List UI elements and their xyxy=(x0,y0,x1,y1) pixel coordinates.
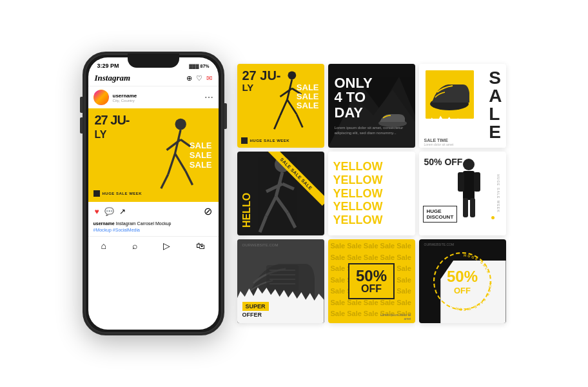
card3-sale-time: SALE TIME xyxy=(424,138,448,143)
battery-icon: ▓▓▓ 87% xyxy=(189,64,209,68)
card3-shoe-img xyxy=(426,70,474,119)
action-buttons-left[interactable]: ♥ 💬 ↗ xyxy=(95,207,126,216)
svg-point-8 xyxy=(288,71,296,79)
card5-y2: YELLOW xyxy=(333,174,410,187)
avatar-row[interactable]: username City, Country xyxy=(93,90,137,105)
card9-pct: 50% xyxy=(447,268,478,286)
card3-lorem: Lorem dolor sit amet xyxy=(424,143,454,146)
phone-notch xyxy=(128,54,179,68)
username-label: username xyxy=(113,93,137,99)
svg-line-5 xyxy=(185,171,192,185)
card-4: SALE SALE SALE HELLO xyxy=(237,152,324,235)
card1-sale2: SALE xyxy=(297,92,319,101)
ig-header[interactable]: Instagram ⊕ ♡ ✉ xyxy=(88,70,219,86)
card1-sale3: SALE xyxy=(297,101,319,110)
card8-s2: Sale Sale Sale Sale Sale xyxy=(331,253,411,264)
post-image-inner: 27 JU- LY xyxy=(88,108,219,202)
options-icon[interactable]: ⋯ xyxy=(204,92,213,103)
card2-body-text: Lorem ipsum dolor sit amet, consectetur … xyxy=(335,125,409,136)
card1-sale-stack: SALE SALE SALE xyxy=(297,83,319,110)
vol-down-button xyxy=(80,117,83,134)
main-container: 3:29 PM ▓▓▓ 87% Instagram ⊕ ♡ ✉ xyxy=(0,0,588,387)
card-6: 50% OFF HUGE DISCOUNT HUGE SALE xyxy=(419,152,506,235)
heart-icon[interactable]: ♡ xyxy=(196,74,202,83)
ig-logo: Instagram xyxy=(95,73,131,83)
cards-grid: 27 JU- LY SALE SALE SALE HUGE SALE WEEK xyxy=(237,64,506,323)
svg-point-0 xyxy=(175,119,186,130)
svg-line-4 xyxy=(175,154,185,171)
card8-lorem: Lorem ipsum dolor sit amet xyxy=(373,313,411,321)
card8-s1: Sale Sale Sale Sale Sale xyxy=(331,242,411,253)
card5-y3: YELLOW xyxy=(333,187,410,201)
svg-rect-35 xyxy=(470,198,475,217)
phone-screen: 3:29 PM ▓▓▓ 87% Instagram ⊕ ♡ ✉ xyxy=(88,57,219,330)
svg-line-26 xyxy=(276,197,288,213)
card-9: OURWEBSITE.COM HUGE SALE · HUGE SALE WEE… xyxy=(419,239,506,323)
svg-line-3 xyxy=(161,175,168,189)
sale-text-1: SALE xyxy=(190,141,212,150)
card3-shoe-svg xyxy=(426,70,474,119)
svg-line-29 xyxy=(282,184,294,189)
post-image: 27 JU- LY xyxy=(88,108,219,202)
card6-discount-box: HUGE DISCOUNT xyxy=(423,206,458,223)
card3-sale-vertical: SALE xyxy=(489,69,502,141)
card6-dot xyxy=(491,216,495,219)
phone-outer: 3:29 PM ▓▓▓ 87% Instagram ⊕ ♡ ✉ xyxy=(83,52,224,335)
post-caption: username Instagram Carrosel Mockup #Mock… xyxy=(88,221,219,236)
share-icon[interactable]: ↗ xyxy=(119,207,126,216)
card1-sale1: SALE xyxy=(297,83,319,92)
card5-y1: YELLOW xyxy=(333,160,410,174)
card2-day: DAY xyxy=(335,104,409,121)
card2-only: ONLY xyxy=(335,76,409,90)
card8-pct: 50% xyxy=(356,268,387,284)
card1-badge-label: HUGE SALE WEEK xyxy=(250,139,290,143)
sale-text-3: SALE xyxy=(190,161,212,170)
user-info: username City, Country xyxy=(113,93,137,103)
card-8: Sale Sale Sale Sale Sale Sale Sale Sale … xyxy=(328,239,415,323)
card1-badge-sq xyxy=(241,137,248,144)
card-5: YELLOW YELLOW YELLOW YELLOW YELLOW xyxy=(328,152,415,235)
hashtags: #Mockup #SocialMedia xyxy=(93,227,213,233)
svg-line-25 xyxy=(260,216,266,232)
card4-runner xyxy=(250,152,302,235)
card2-4to: 4 TO xyxy=(335,90,409,104)
card5-y5: YELLOW xyxy=(333,213,410,227)
sale-text-stack: SALE SALE SALE xyxy=(190,141,212,170)
svg-rect-34 xyxy=(463,198,468,217)
svg-line-6 xyxy=(166,139,181,150)
svg-line-12 xyxy=(287,99,297,114)
card7-offer-text: OFFER xyxy=(242,312,269,318)
post-header: username City, Country ⋯ xyxy=(88,86,219,108)
svg-line-11 xyxy=(274,115,280,129)
home-nav-icon[interactable]: ⌂ xyxy=(101,241,106,251)
shop-nav-icon[interactable]: 🛍 xyxy=(196,241,205,251)
card4-hello: HELLO xyxy=(241,193,253,228)
vol-up-button xyxy=(80,97,83,113)
save-icon[interactable]: ⊘ xyxy=(204,205,212,217)
card9-off: OFF xyxy=(454,286,471,295)
card5-y4: YELLOW xyxy=(333,200,410,213)
post-month-text: LY xyxy=(95,129,107,141)
svg-rect-32 xyxy=(458,172,464,192)
user-location: City, Country xyxy=(113,99,137,103)
card6-huge: HUGE xyxy=(427,208,454,214)
ig-action-icons[interactable]: ⊕ ♡ ✉ xyxy=(186,74,212,83)
svg-line-2 xyxy=(168,154,175,175)
card6-side-label: HUGE SALE WEEK xyxy=(496,174,500,213)
card7-super: SUPER xyxy=(242,302,269,311)
svg-line-10 xyxy=(280,99,287,115)
card8-center-box: 50% OFF xyxy=(348,263,395,299)
svg-line-14 xyxy=(280,88,291,97)
phone-bottom-nav[interactable]: ⌂ ⌕ ▷ 🛍 xyxy=(88,236,219,256)
like-icon[interactable]: ♥ xyxy=(95,207,99,216)
comment-icon[interactable]: 💬 xyxy=(104,207,114,216)
post-date-text: 27 JU- xyxy=(95,114,130,126)
add-icon[interactable]: ⊕ xyxy=(186,74,192,83)
card-7: OURWEBSITE.COM SUPER OFFER xyxy=(237,239,324,323)
message-icon[interactable]: ✉ xyxy=(206,74,212,83)
status-icons: ▓▓▓ 87% xyxy=(189,64,209,68)
search-nav-icon[interactable]: ⌕ xyxy=(132,241,137,251)
reels-nav-icon[interactable]: ▷ xyxy=(163,241,170,251)
svg-rect-33 xyxy=(474,172,480,192)
phone-mockup: 3:29 PM ▓▓▓ 87% Instagram ⊕ ♡ ✉ xyxy=(83,52,224,335)
